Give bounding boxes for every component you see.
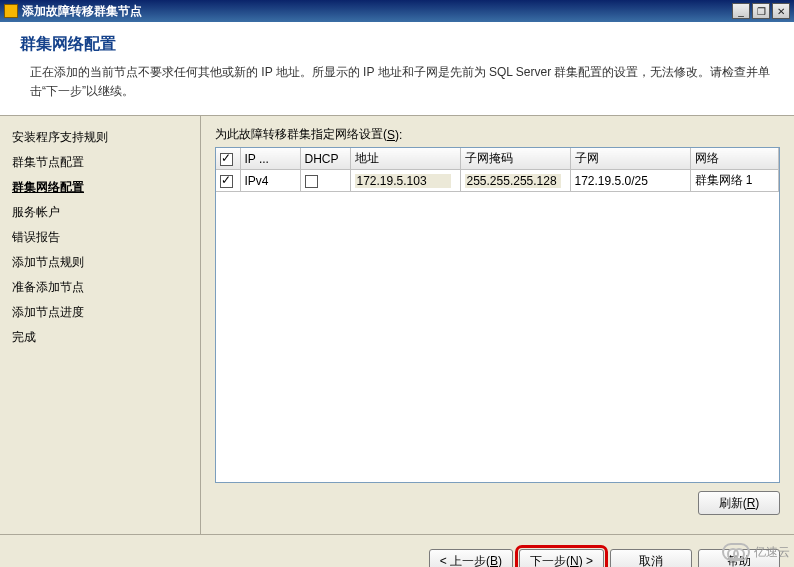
window-title: 添加故障转移群集节点 [22,3,730,20]
back-hotkey: B [490,554,498,567]
label-hotkey: S [387,128,395,142]
refresh-prefix: 刷新( [719,495,747,512]
page-description: 正在添加的当前节点不要求任何其他或新的 IP 地址。所显示的 IP 地址和子网是… [30,63,774,101]
cell-mask: 255.255.255.128 [465,174,561,188]
sidebar-item-add-node-rules[interactable]: 添加节点规则 [6,251,194,274]
next-hotkey: N [570,554,579,567]
cell-network: 群集网络 1 [690,170,779,192]
back-button[interactable]: < 上一步(B) [429,549,513,567]
col-header-mask[interactable]: 子网掩码 [460,148,570,170]
sidebar-item-ready-add-node[interactable]: 准备添加节点 [6,276,194,299]
footer: < 上一步(B) 下一步(N) > 取消 帮助 [0,534,794,567]
cell-subnet: 172.19.5.0/25 [570,170,690,192]
sidebar-item-install-rules[interactable]: 安装程序支持规则 [6,126,194,149]
minimize-button[interactable]: _ [732,3,750,19]
table-header-row: IP ... DHCP 地址 子网掩码 子网 网络 [216,148,779,170]
back-suffix: ) [498,554,502,567]
network-table: IP ... DHCP 地址 子网掩码 子网 网络 IPv4 172.19.5.… [216,148,779,192]
network-settings-label: 为此故障转移群集指定网络设置(S): [215,126,780,143]
refresh-button[interactable]: 刷新(R) [698,491,780,515]
sidebar-item-service-accounts[interactable]: 服务帐户 [6,201,194,224]
col-header-check[interactable] [216,148,240,170]
col-header-dhcp[interactable]: DHCP [300,148,350,170]
header: 群集网络配置 正在添加的当前节点不要求任何其他或新的 IP 地址。所显示的 IP… [0,22,794,116]
next-button[interactable]: 下一步(N) > [519,549,604,567]
col-header-ip[interactable]: IP ... [240,148,300,170]
titlebar: 添加故障转移群集节点 _ ❐ ✕ [0,0,794,22]
sidebar-item-complete[interactable]: 完成 [6,326,194,349]
main-panel: 为此故障转移群集指定网络设置(S): IP ... DHCP 地址 子网掩码 子… [200,116,794,534]
row-dhcp-checkbox[interactable] [305,175,318,188]
col-header-subnet[interactable]: 子网 [570,148,690,170]
sidebar-item-error-reporting[interactable]: 错误报告 [6,226,194,249]
help-button[interactable]: 帮助 [698,549,780,567]
next-suffix: ) > [579,554,593,567]
col-header-network[interactable]: 网络 [690,148,779,170]
back-prefix: < 上一步( [440,553,490,567]
sidebar: 安装程序支持规则 群集节点配置 群集网络配置 服务帐户 错误报告 添加节点规则 … [0,116,200,534]
next-prefix: 下一步( [530,553,570,567]
maximize-button[interactable]: ❐ [752,3,770,19]
cell-ip-type: IPv4 [240,170,300,192]
col-header-address[interactable]: 地址 [350,148,460,170]
page-title: 群集网络配置 [20,34,774,55]
network-grid: IP ... DHCP 地址 子网掩码 子网 网络 IPv4 172.19.5.… [215,147,780,483]
cancel-button[interactable]: 取消 [610,549,692,567]
sidebar-item-node-config[interactable]: 群集节点配置 [6,151,194,174]
cell-address: 172.19.5.103 [355,174,451,188]
label-prefix: 为此故障转移群集指定网络设置( [215,126,387,143]
table-row[interactable]: IPv4 172.19.5.103 255.255.255.128 172.19… [216,170,779,192]
body: 安装程序支持规则 群集节点配置 群集网络配置 服务帐户 错误报告 添加节点规则 … [0,116,794,534]
refresh-hotkey: R [747,496,756,510]
sidebar-item-add-node-progress[interactable]: 添加节点进度 [6,301,194,324]
sidebar-item-network-config[interactable]: 群集网络配置 [6,176,194,199]
label-suffix: ): [395,128,402,142]
refresh-suffix: ) [755,496,759,510]
row-checkbox[interactable] [220,175,233,188]
app-icon [4,4,18,18]
header-checkbox[interactable] [220,153,233,166]
close-button[interactable]: ✕ [772,3,790,19]
